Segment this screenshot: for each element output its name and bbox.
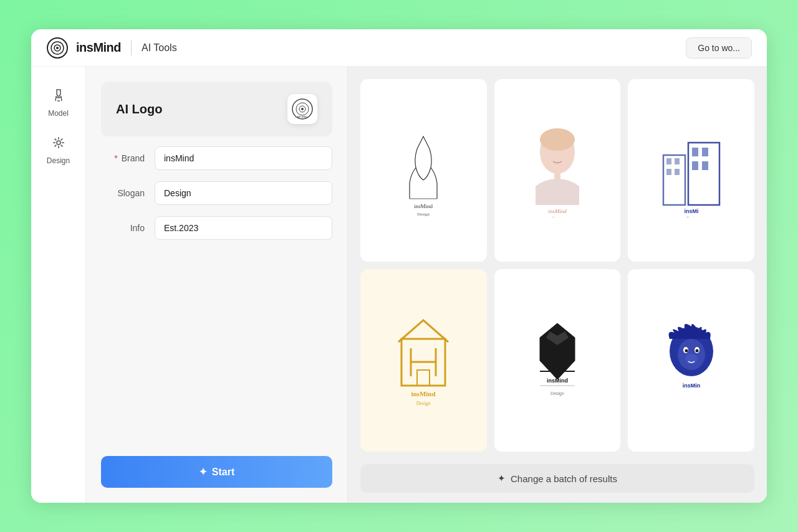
logo-card-building-inner: insMi Desig bbox=[651, 124, 732, 217]
svg-text:insMind: insMind bbox=[414, 203, 433, 209]
required-indicator: * bbox=[114, 153, 117, 163]
batch-label: Change a batch of results bbox=[511, 473, 617, 484]
header-divider bbox=[131, 40, 132, 55]
svg-text:Design: Design bbox=[417, 212, 430, 217]
goto-workspace-button[interactable]: Go to wo... bbox=[686, 37, 752, 59]
svg-text:insMind: insMind bbox=[547, 378, 568, 384]
svg-text:insMi: insMi bbox=[684, 208, 698, 214]
svg-rect-35 bbox=[692, 161, 698, 170]
building-logo-svg: insMi Desig bbox=[651, 124, 732, 217]
slogan-row: Slogan bbox=[101, 181, 332, 205]
svg-line-10 bbox=[54, 139, 56, 141]
design-icon bbox=[51, 135, 66, 154]
ai-logo-avatar: MR.MAO bbox=[287, 94, 317, 124]
logo-card-portrait[interactable]: insMind Design bbox=[494, 79, 621, 262]
slogan-label: Slogan bbox=[101, 188, 145, 198]
results-grid: insMind Design bbox=[348, 67, 767, 464]
start-icon: ✦ bbox=[199, 466, 207, 478]
insmind-logo-icon bbox=[46, 37, 69, 59]
svg-text:insMin: insMin bbox=[682, 382, 700, 389]
svg-text:Design: Design bbox=[550, 391, 564, 396]
batch-icon: ✦ bbox=[498, 473, 506, 484]
svg-point-54 bbox=[685, 349, 688, 352]
logo-card-building[interactable]: insMi Desig bbox=[628, 79, 754, 262]
batch-results-button[interactable]: ✦ Change a batch of results bbox=[360, 464, 754, 493]
house-logo-svg: insMind Design bbox=[383, 314, 464, 407]
svg-point-17 bbox=[301, 108, 304, 110]
svg-rect-31 bbox=[675, 169, 680, 175]
slogan-input[interactable] bbox=[155, 181, 332, 205]
header: insMind AI Tools Go to wo... bbox=[31, 29, 767, 67]
info-row: Info bbox=[101, 216, 332, 240]
results-panel: insMind Design bbox=[348, 67, 767, 503]
svg-rect-34 bbox=[702, 148, 708, 156]
svg-rect-29 bbox=[675, 158, 680, 164]
svg-text:insMind: insMind bbox=[411, 390, 436, 397]
ai-logo-title: AI Logo bbox=[116, 102, 162, 116]
logo-card-lion-inner: insMin bbox=[651, 314, 732, 407]
content-panel: AI Logo MR.MAO * Brand bbox=[86, 67, 348, 503]
app-window: insMind AI Tools Go to wo... Model bbox=[31, 29, 767, 503]
diamond-logo-svg: insMind Design bbox=[520, 314, 595, 407]
svg-point-3 bbox=[56, 47, 59, 49]
svg-line-13 bbox=[54, 145, 56, 147]
svg-point-55 bbox=[695, 349, 698, 352]
header-subtitle: AI Tools bbox=[142, 42, 177, 54]
logo-card-fashion[interactable]: insMind Design bbox=[360, 79, 487, 262]
brand-row: * Brand bbox=[101, 146, 332, 170]
fashion-logo-svg: insMind Design bbox=[386, 124, 461, 217]
logo-card-lion[interactable]: insMin bbox=[628, 269, 754, 452]
svg-rect-43 bbox=[417, 370, 430, 386]
brand-label: * Brand bbox=[101, 153, 145, 163]
start-button[interactable]: ✦ Start bbox=[101, 456, 332, 488]
svg-rect-28 bbox=[666, 158, 671, 164]
model-icon bbox=[51, 88, 66, 107]
logo-card-house[interactable]: insMind Design bbox=[360, 269, 487, 452]
sidebar-item-model-label: Model bbox=[48, 109, 69, 118]
sidebar-item-model[interactable]: Model bbox=[36, 82, 81, 124]
svg-text:Desig: Desig bbox=[686, 216, 696, 217]
svg-text:insMind: insMind bbox=[548, 208, 567, 214]
portrait-logo-svg: insMind Design bbox=[517, 124, 598, 217]
svg-rect-36 bbox=[702, 161, 708, 170]
svg-rect-33 bbox=[692, 148, 698, 156]
sidebar-item-design-label: Design bbox=[47, 156, 70, 165]
sidebar-item-design[interactable]: Design bbox=[36, 129, 81, 171]
form-section: * Brand Slogan Info bbox=[101, 146, 332, 446]
brand-name: insMind bbox=[76, 40, 121, 55]
svg-line-12 bbox=[60, 139, 62, 141]
info-input[interactable] bbox=[155, 216, 332, 240]
header-left: insMind AI Tools bbox=[46, 37, 177, 59]
start-label: Start bbox=[212, 467, 234, 478]
logo-card-fashion-inner: insMind Design bbox=[386, 124, 461, 217]
logo-card-diamond[interactable]: insMind Design bbox=[494, 269, 621, 452]
avatar-icon: MR.MAO bbox=[291, 98, 314, 120]
info-label: Info bbox=[101, 223, 145, 233]
svg-rect-30 bbox=[666, 169, 671, 175]
brand-input[interactable] bbox=[155, 146, 332, 170]
svg-point-23 bbox=[540, 128, 575, 151]
svg-point-5 bbox=[57, 141, 60, 145]
logo-card-portrait-inner: insMind Design bbox=[517, 124, 598, 217]
ai-logo-card: AI Logo MR.MAO bbox=[101, 82, 332, 136]
logo-card-house-inner: insMind Design bbox=[383, 314, 464, 407]
svg-text:Design: Design bbox=[552, 216, 562, 217]
main-body: Model Design bbox=[31, 67, 767, 503]
logo-card-diamond-inner: insMind Design bbox=[520, 314, 595, 407]
svg-line-11 bbox=[60, 145, 62, 147]
sidebar: Model Design bbox=[31, 67, 86, 503]
svg-text:MR.MAO: MR.MAO bbox=[297, 115, 307, 118]
lion-logo-svg: insMin bbox=[651, 314, 732, 407]
svg-text:Design: Design bbox=[416, 401, 431, 406]
